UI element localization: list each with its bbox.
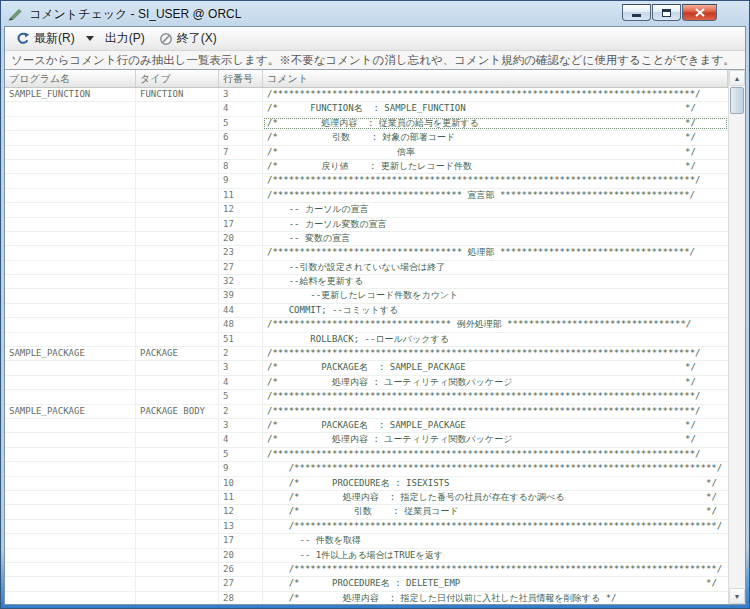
program-name-cell[interactable]: SAMPLE_FUNCTION: [5, 88, 136, 101]
type-cell[interactable]: [136, 577, 219, 590]
comment-cell[interactable]: /* PACKAGE名 : SAMPLE_PACKAGE*/: [263, 419, 728, 432]
program-name-cell[interactable]: [5, 275, 136, 288]
line-number-cell[interactable]: 9: [219, 462, 263, 475]
program-name-cell[interactable]: [5, 462, 136, 475]
line-number-cell[interactable]: 13: [219, 520, 263, 533]
type-cell[interactable]: [136, 333, 219, 346]
program-name-cell[interactable]: [5, 520, 136, 533]
comment-cell[interactable]: /***************************************…: [263, 520, 728, 533]
column-header-2[interactable]: 行番号: [219, 70, 263, 87]
line-number-cell[interactable]: 20: [219, 549, 263, 562]
table-row[interactable]: 20 -- 1件以上ある場合はTRUEを返す: [5, 549, 728, 563]
line-number-cell[interactable]: 26: [219, 563, 263, 576]
program-name-cell[interactable]: [5, 289, 136, 302]
comment-cell[interactable]: /***************************************…: [263, 390, 728, 403]
line-number-cell[interactable]: 39: [219, 289, 263, 302]
table-row[interactable]: 10 /* PROCEDURE名 : ISEXISTS*/: [5, 477, 728, 491]
line-number-cell[interactable]: 9: [219, 174, 263, 187]
type-cell[interactable]: [136, 160, 219, 173]
column-header-0[interactable]: プログラム名: [5, 70, 136, 87]
line-number-cell[interactable]: 6: [219, 131, 263, 144]
scrollbar-track[interactable]: [729, 86, 745, 588]
comment-cell[interactable]: /* 処理内容 : 従業員の給与を更新する*/: [263, 117, 728, 130]
table-row[interactable]: 32 --給料を更新する: [5, 275, 728, 289]
type-cell[interactable]: [136, 318, 219, 331]
line-number-cell[interactable]: 51: [219, 333, 263, 346]
program-name-cell[interactable]: [5, 304, 136, 317]
table-row[interactable]: 23/*********************************** 処…: [5, 246, 728, 260]
program-name-cell[interactable]: [5, 232, 136, 245]
line-number-cell[interactable]: 5: [219, 448, 263, 461]
type-cell[interactable]: [136, 218, 219, 231]
table-row[interactable]: 5/**************************************…: [5, 390, 728, 404]
table-row[interactable]: 20 -- 変数の宣言: [5, 232, 728, 246]
close-button[interactable]: [682, 4, 717, 21]
comment-cell[interactable]: /* 処理内容 : 指定した日付以前に入社した社員情報を削除する */: [263, 592, 728, 604]
type-cell[interactable]: [136, 361, 219, 374]
table-row[interactable]: 5/**************************************…: [5, 448, 728, 462]
type-cell[interactable]: [136, 477, 219, 490]
program-name-cell[interactable]: [5, 174, 136, 187]
type-cell[interactable]: [136, 117, 219, 130]
type-cell[interactable]: [136, 534, 219, 547]
table-row[interactable]: 44 COMMIT; --コミットする: [5, 304, 728, 318]
table-row[interactable]: 7/* 倍率*/: [5, 146, 728, 160]
line-number-cell[interactable]: 10: [219, 477, 263, 490]
type-cell[interactable]: [136, 203, 219, 216]
table-row[interactable]: 27 /* PROCEDURE名 : DELETE_EMP*/: [5, 577, 728, 591]
table-row[interactable]: 39 --更新したレコード件数をカウント: [5, 289, 728, 303]
type-cell[interactable]: PACKAGE: [136, 347, 219, 360]
program-name-cell[interactable]: [5, 131, 136, 144]
scroll-up-button[interactable]: ▲: [729, 70, 745, 86]
program-name-cell[interactable]: [5, 376, 136, 389]
table-row[interactable]: 6/* 引数 : 対象の部署コード*/: [5, 131, 728, 145]
comment-cell[interactable]: -- 件数を取得: [263, 534, 728, 547]
program-name-cell[interactable]: [5, 203, 136, 216]
line-number-cell[interactable]: 27: [219, 261, 263, 274]
line-number-cell[interactable]: 3: [219, 419, 263, 432]
comment-cell[interactable]: /***************************************…: [263, 405, 728, 418]
line-number-cell[interactable]: 3: [219, 88, 263, 101]
scroll-down-button[interactable]: ▼: [729, 588, 745, 604]
type-cell[interactable]: FUNCTION: [136, 88, 219, 101]
comment-cell[interactable]: /* PACKAGE名 : SAMPLE_PACKAGE*/: [263, 361, 728, 374]
program-name-cell[interactable]: [5, 592, 136, 604]
table-row[interactable]: 11 /* 処理内容 : 指定した番号の社員が存在するか調べる*/: [5, 491, 728, 505]
program-name-cell[interactable]: [5, 448, 136, 461]
line-number-cell[interactable]: 4: [219, 376, 263, 389]
output-button[interactable]: 出力(P): [98, 27, 152, 50]
table-row[interactable]: 12 /* 引数 : 従業員コード*/: [5, 505, 728, 519]
comment-cell[interactable]: /* 処理内容 : ユーティリティ関数パッケージ*/: [263, 433, 728, 446]
line-number-cell[interactable]: 12: [219, 505, 263, 518]
program-name-cell[interactable]: [5, 246, 136, 259]
type-cell[interactable]: [136, 289, 219, 302]
comment-cell[interactable]: /* 引数 : 従業員コード*/: [263, 505, 728, 518]
exit-button[interactable]: 終了(X): [152, 27, 224, 50]
line-number-cell[interactable]: 44: [219, 304, 263, 317]
table-row[interactable]: SAMPLE_PACKAGEPACKAGE2/*****************…: [5, 347, 728, 361]
program-name-cell[interactable]: [5, 390, 136, 403]
type-cell[interactable]: [136, 592, 219, 604]
type-cell[interactable]: [136, 549, 219, 562]
comment-cell[interactable]: /***************************************…: [263, 88, 728, 101]
comment-cell[interactable]: --引数が設定されていない場合は終了: [263, 261, 728, 274]
type-cell[interactable]: [136, 448, 219, 461]
program-name-cell[interactable]: [5, 577, 136, 590]
maximize-button[interactable]: [652, 4, 681, 21]
type-cell[interactable]: [136, 261, 219, 274]
column-header-3[interactable]: コメント: [263, 70, 728, 87]
line-number-cell[interactable]: 7: [219, 146, 263, 159]
program-name-cell[interactable]: [5, 505, 136, 518]
line-number-cell[interactable]: 12: [219, 203, 263, 216]
minimize-button[interactable]: [622, 4, 651, 21]
type-cell[interactable]: [136, 189, 219, 202]
line-number-cell[interactable]: 5: [219, 390, 263, 403]
table-row[interactable]: 12 -- カーソルの宣言: [5, 203, 728, 217]
program-name-cell[interactable]: [5, 102, 136, 115]
program-name-cell[interactable]: [5, 549, 136, 562]
program-name-cell[interactable]: [5, 419, 136, 432]
type-cell[interactable]: [136, 491, 219, 504]
type-cell[interactable]: [136, 102, 219, 115]
comment-cell[interactable]: /*********************************** 処理部…: [263, 246, 728, 259]
comment-cell[interactable]: /* FUNCTION名 : SAMPLE_FUNCTION*/: [263, 102, 728, 115]
